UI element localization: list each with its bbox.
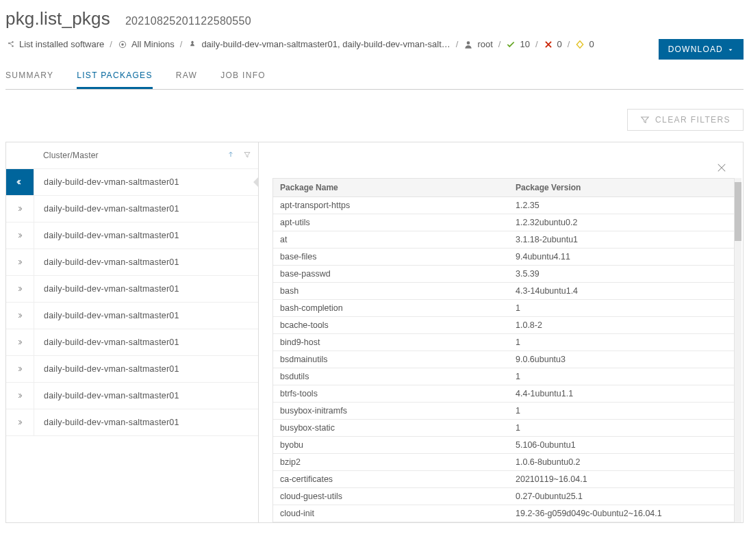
breadcrumb: List installed software / All Minions / … — [5, 39, 594, 55]
svg-point-0 — [8, 42, 10, 44]
expand-icon[interactable] — [6, 356, 34, 382]
col-package-name[interactable]: Package Name — [273, 179, 509, 196]
sidebar: Cluster/Master daily-build-dev-vman-salt… — [6, 142, 259, 522]
sidebar-item[interactable]: daily-build-dev-vman-saltmaster01 — [6, 409, 258, 436]
col-package-version[interactable]: Package Version — [509, 179, 734, 196]
pkg-name: apt-transport-https — [273, 197, 509, 214]
sidebar-header[interactable]: Cluster/Master — [43, 151, 99, 160]
pkg-version: 3.1.18-2ubuntu1 — [509, 231, 734, 248]
pkg-name: base-passwd — [273, 266, 509, 282]
sidebar-item-label: daily-build-dev-vman-saltmaster01 — [34, 311, 179, 320]
pkg-name: btrfs-tools — [273, 385, 509, 402]
pkg-name: bash-completion — [273, 300, 509, 316]
pkg-name: bash — [273, 283, 509, 299]
table-row: ca-certificates20210119~16.04.1 — [273, 471, 734, 488]
table-row: cloud-guest-utils0.27-0ubuntu25.1 — [273, 488, 734, 505]
pkg-table-header: Package Name Package Version — [272, 178, 735, 197]
expand-icon[interactable] — [6, 196, 34, 222]
table-row: bash4.3-14ubuntu1.4 — [273, 283, 734, 300]
job-icon — [5, 40, 15, 49]
pkg-name: byobu — [273, 437, 509, 453]
tab-list-packages[interactable]: LIST PACKAGES — [77, 64, 153, 89]
expand-icon[interactable] — [6, 222, 34, 249]
pkg-name: bind9-host — [273, 334, 509, 351]
expand-icon[interactable] — [6, 329, 34, 355]
sidebar-item[interactable]: daily-build-dev-vman-saltmaster01 — [6, 329, 258, 356]
svg-point-2 — [12, 45, 13, 47]
pkg-name: ca-certificates — [273, 471, 509, 487]
pkg-version: 1.0.8-2 — [509, 317, 734, 333]
expand-icon[interactable] — [6, 303, 34, 329]
pkg-name: cloud-guest-utils — [273, 488, 509, 505]
breadcrumb-minions[interactable]: daily-build-dev-vman-saltmaster01, daily… — [201, 39, 450, 49]
sidebar-item-label: daily-build-dev-vman-saltmaster01 — [34, 204, 179, 214]
tab-job-info[interactable]: JOB INFO — [220, 64, 266, 89]
pkg-table-body: apt-transport-https1.2.35apt-utils1.2.32… — [272, 197, 735, 522]
table-row: apt-transport-https1.2.35 — [273, 197, 734, 214]
table-row: at3.1.18-2ubuntu1 — [273, 231, 734, 249]
sidebar-item[interactable]: daily-build-dev-vman-saltmaster01 — [6, 276, 258, 303]
sidebar-item-label: daily-build-dev-vman-saltmaster01 — [34, 231, 179, 240]
svg-point-4 — [121, 43, 124, 46]
table-row: bind9-host1 — [273, 334, 734, 351]
user-icon — [464, 40, 473, 49]
column-filter-icon[interactable] — [243, 151, 251, 161]
scrollbar-track[interactable] — [735, 178, 741, 522]
pkg-version: 4.4-1ubuntu1.1 — [509, 385, 734, 402]
sidebar-item[interactable]: daily-build-dev-vman-saltmaster01 — [6, 196, 258, 222]
collapse-icon[interactable] — [6, 169, 34, 195]
pkg-name: base-files — [273, 249, 509, 265]
pkg-version: 9.0.6ubuntu3 — [509, 351, 734, 368]
download-button[interactable]: DOWNLOAD — [659, 39, 744, 60]
pkg-version: 20210119~16.04.1 — [509, 471, 734, 487]
sidebar-item[interactable]: daily-build-dev-vman-saltmaster01 — [6, 303, 258, 329]
sidebar-item[interactable]: daily-build-dev-vman-saltmaster01 — [6, 356, 258, 383]
fail-x-icon — [544, 40, 553, 49]
success-count: 10 — [520, 39, 529, 49]
success-check-icon — [506, 40, 516, 49]
expand-icon[interactable] — [6, 383, 34, 409]
clear-filters-button[interactable]: CLEAR FILTERS — [627, 109, 744, 131]
tabs: SUMMARY LIST PACKAGES RAW JOB INFO — [5, 64, 744, 90]
sidebar-item[interactable]: daily-build-dev-vman-saltmaster01 — [6, 169, 258, 196]
breadcrumb-target[interactable]: All Minions — [131, 39, 175, 49]
expand-icon[interactable] — [6, 409, 34, 435]
sidebar-item-label: daily-build-dev-vman-saltmaster01 — [34, 284, 179, 294]
pkg-name: bcache-tools — [273, 317, 509, 333]
pkg-version: 1 — [509, 368, 734, 385]
chevron-down-icon — [727, 46, 734, 53]
close-icon[interactable] — [715, 162, 728, 174]
table-row: cloud-init19.2-36-g059d049c-0ubuntu2~16.… — [273, 505, 734, 522]
expand-icon[interactable] — [6, 249, 34, 275]
sidebar-item-label: daily-build-dev-vman-saltmaster01 — [34, 338, 179, 347]
pkg-version: 5.106-0ubuntu1 — [509, 437, 734, 453]
pkg-name: bsdutils — [273, 368, 509, 385]
pkg-version: 1.0.6-8ubuntu0.2 — [509, 454, 734, 470]
sidebar-item[interactable]: daily-build-dev-vman-saltmaster01 — [6, 249, 258, 276]
tab-summary[interactable]: SUMMARY — [5, 64, 53, 89]
pkg-name: apt-utils — [273, 214, 509, 231]
table-row: bash-completion1 — [273, 300, 734, 317]
pkg-name: bzip2 — [273, 454, 509, 470]
fail-count: 0 — [557, 39, 562, 49]
expand-icon[interactable] — [6, 276, 34, 302]
page-title: pkg.list_pkgs — [5, 8, 110, 29]
scrollbar-thumb[interactable] — [735, 182, 741, 241]
sort-arrow-icon[interactable] — [227, 151, 235, 161]
tab-raw[interactable]: RAW — [176, 64, 197, 89]
table-row: bzip21.0.6-8ubuntu0.2 — [273, 454, 734, 471]
table-row: busybox-initramfs1 — [273, 403, 734, 420]
pending-count: 0 — [589, 39, 594, 49]
pkg-name: at — [273, 231, 509, 248]
sidebar-item[interactable]: daily-build-dev-vman-saltmaster01 — [6, 383, 258, 409]
pkg-version: 19.2-36-g059d049c-0ubuntu2~16.04.1 — [509, 505, 734, 522]
breadcrumb-job[interactable]: List installed software — [19, 39, 104, 49]
pkg-version: 1.2.32ubuntu0.2 — [509, 214, 734, 231]
pkg-version: 1.2.35 — [509, 197, 734, 214]
table-row: busybox-static1 — [273, 420, 734, 437]
pkg-name: busybox-initramfs — [273, 403, 509, 419]
svg-point-1 — [12, 41, 13, 42]
sidebar-item[interactable]: daily-build-dev-vman-saltmaster01 — [6, 222, 258, 249]
table-row: bsdmainutils9.0.6ubuntu3 — [273, 351, 734, 368]
table-row: apt-utils1.2.32ubuntu0.2 — [273, 214, 734, 231]
